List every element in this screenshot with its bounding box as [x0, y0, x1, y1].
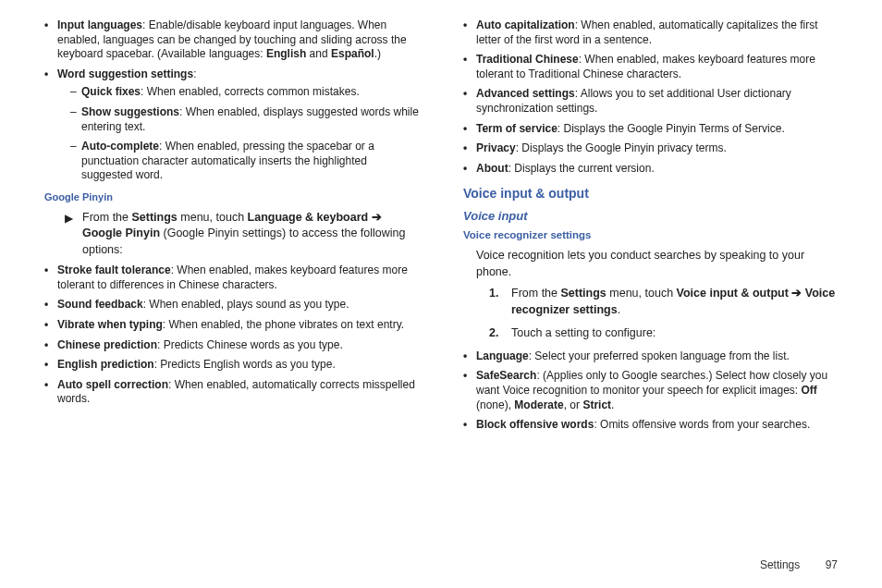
pinyin-bullet-list: Stroke fault tolerance: When enabled, ma… [44, 263, 419, 407]
text: . [618, 303, 620, 316]
left-column: Input languages: Enable/disable keyboard… [44, 18, 419, 545]
term: Auto capitalization [476, 18, 575, 31]
google-pinyin-heading: Google Pinyin [44, 190, 419, 204]
term: Show suggestions [81, 105, 179, 118]
term: Chinese prediction [57, 338, 157, 351]
term: Quick fixes [81, 85, 141, 98]
term: Settings [132, 211, 178, 224]
text: menu, touch [178, 211, 248, 224]
desc: : Displays the Google Pinyin Terms of Se… [557, 122, 785, 135]
term: Language [476, 349, 529, 362]
term: Input languages [57, 18, 142, 31]
arrow-icon: ▶ [65, 211, 73, 226]
list-item: Word suggestion settings: Quick fixes: W… [44, 67, 419, 183]
term: Strict [582, 398, 611, 411]
list-item: Sound feedback: When enabled, plays soun… [44, 298, 419, 312]
list-item: English prediction: Predicts English wor… [44, 358, 419, 373]
list-item: Stroke fault tolerance: When enabled, ma… [44, 263, 419, 292]
list-item: Language: Select your preferred spoken l… [463, 349, 838, 364]
list-item: Quick fixes: When enabled, corrects comm… [70, 85, 419, 100]
arrow-text: From the Settings menu, touch Language &… [82, 210, 419, 259]
dash-list: Quick fixes: When enabled, corrects comm… [70, 85, 419, 183]
arrow-instruction: ▶ From the Settings menu, touch Language… [65, 210, 419, 259]
list-item: Term of service: Displays the Google Pin… [463, 122, 838, 137]
term: Vibrate when typing [57, 318, 163, 331]
voice-recognition-paragraph: Voice recognition lets you conduct searc… [476, 248, 838, 280]
list-item: Auto spell correction: When enabled, aut… [44, 378, 419, 407]
term: Settings [561, 287, 606, 300]
desc: : Predicts Chinese words as you type. [157, 338, 343, 351]
term: Term of service [476, 122, 557, 135]
page-footer: Settings 97 [0, 555, 882, 571]
lang1: English [266, 47, 306, 60]
list-item: Show suggestions: When enabled, displays… [70, 105, 419, 134]
voice-recognizer-heading: Voice recognizer settings [463, 228, 838, 243]
list-item: About: Displays the current version. [463, 162, 838, 177]
list-item: Vibrate when typing: When enabled, the p… [44, 318, 419, 333]
steps-list: From the Settings menu, touch Voice inpu… [489, 286, 838, 342]
term: Sound feedback [57, 298, 143, 311]
desc: : Displays the Google Pinyin privacy ter… [516, 141, 727, 154]
footer-section: Settings [760, 558, 800, 571]
term: Auto spell correction [57, 378, 168, 391]
term: Auto-complete [81, 140, 159, 153]
term: English prediction [57, 358, 154, 371]
list-item: Chinese prediction: Predicts Chinese wor… [44, 338, 419, 353]
list-item: Traditional Chinese: When enabled, makes… [463, 53, 838, 81]
list-item: Block offensive words: Omits offensive w… [463, 418, 838, 433]
term: Block offensive words [476, 418, 594, 431]
text: . [611, 398, 614, 411]
step-item: Touch a setting to configure: [489, 325, 838, 342]
term: Privacy [476, 141, 516, 154]
desc: : When enabled, plays sound as you type. [143, 298, 349, 311]
desc: : Predicts English words as you type. [154, 358, 336, 371]
text: and [306, 47, 331, 60]
voice-io-heading: Voice input & output [463, 185, 838, 202]
term: Advanced settings [476, 87, 575, 100]
text: (none), [476, 398, 514, 411]
lang2: Español [331, 47, 374, 60]
list-item: Auto capitalization: When enabled, autom… [463, 18, 838, 47]
page-body: Input languages: Enable/disable keyboard… [0, 0, 882, 555]
list-item: SafeSearch: (Applies only to Google sear… [463, 369, 838, 412]
desc: : Select your preferred spoken language … [529, 349, 790, 362]
list-item: Input languages: Enable/disable keyboard… [44, 18, 419, 62]
voice-input-heading: Voice input [463, 208, 838, 225]
step-item: From the Settings menu, touch Voice inpu… [489, 286, 838, 318]
term: Moderate [514, 398, 563, 411]
term: Stroke fault tolerance [57, 263, 171, 276]
desc: : When enabled, the phone vibrates on te… [163, 318, 404, 331]
desc: : When enabled, corrects common mistakes… [141, 85, 360, 98]
text: menu, touch [606, 287, 677, 300]
term: SafeSearch [476, 369, 536, 382]
voice-settings-list: Language: Select your preferred spoken l… [463, 349, 838, 433]
list-item: Advanced settings: Allows you to set add… [463, 87, 838, 116]
text: .) [374, 47, 381, 60]
text: From the [82, 211, 132, 224]
top-bullet-list: Input languages: Enable/disable keyboard… [44, 18, 419, 183]
pinyin-continued-list: Auto capitalization: When enabled, autom… [463, 18, 838, 176]
term: Off [802, 384, 817, 397]
list-item: Privacy: Displays the Google Pinyin priv… [463, 141, 838, 156]
term: Word suggestion settings [57, 67, 193, 80]
text: From the [511, 287, 561, 300]
term: About [476, 162, 508, 175]
desc: : Displays the current version. [508, 162, 655, 175]
page-number: 97 [826, 558, 838, 571]
term: Traditional Chinese [476, 53, 579, 66]
text: : [193, 67, 196, 80]
text: Touch a setting to configure: [511, 326, 655, 339]
desc: : Omits offensive words from your search… [594, 418, 810, 431]
list-item: Auto-complete: When enabled, pressing th… [70, 140, 419, 183]
text: , or [564, 398, 583, 411]
right-column: Auto capitalization: When enabled, autom… [463, 18, 838, 545]
